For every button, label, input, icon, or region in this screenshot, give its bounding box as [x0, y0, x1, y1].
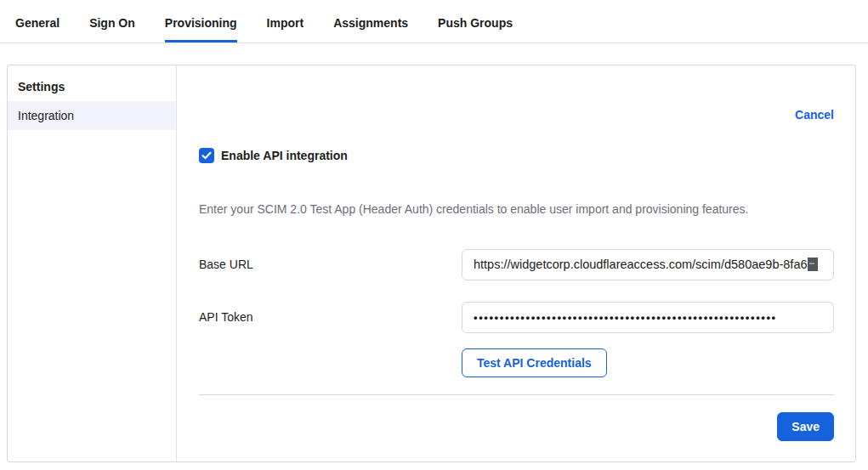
cancel-row: Cancel	[199, 108, 834, 122]
check-icon	[201, 151, 212, 160]
sidebar-item-integration[interactable]: Integration	[8, 101, 176, 130]
tab-push-groups[interactable]: Push Groups	[438, 0, 513, 42]
tab-sign-on[interactable]: Sign On	[89, 0, 135, 42]
sidebar-header: Settings	[8, 73, 176, 101]
integration-settings-content: Cancel Enable API integration Enter your…	[177, 65, 855, 462]
app-tab-bar: General Sign On Provisioning Import Assi…	[0, 0, 868, 43]
base-url-input[interactable]: https://widgetcorp.cloudflareaccess.com/…	[462, 249, 834, 280]
api-token-input[interactable]: ••••••••••••••••••••••••••••••••••••••••…	[462, 302, 834, 333]
footer-divider	[199, 394, 834, 395]
provisioning-panel: Settings Integration Cancel Enable API i…	[7, 65, 856, 462]
base-url-field-row: Base URL https://widgetcorp.cloudflareac…	[199, 249, 834, 280]
save-row: Save	[199, 412, 834, 441]
text-selection-block	[808, 258, 818, 271]
api-token-field-row: API Token ••••••••••••••••••••••••••••••…	[199, 302, 834, 333]
test-api-credentials-button[interactable]: Test API Credentials	[462, 348, 607, 377]
enable-api-integration-row: Enable API integration	[199, 148, 834, 163]
test-credentials-row: Test API Credentials	[199, 348, 834, 377]
tab-import[interactable]: Import	[267, 0, 304, 42]
save-button[interactable]: Save	[777, 412, 834, 441]
tab-assignments[interactable]: Assignments	[333, 0, 408, 42]
cancel-link[interactable]: Cancel	[795, 108, 834, 122]
enable-api-integration-checkbox[interactable]	[199, 148, 214, 163]
tab-general[interactable]: General	[15, 0, 60, 42]
api-token-masked-value: ••••••••••••••••••••••••••••••••••••••••…	[474, 311, 777, 324]
base-url-label: Base URL	[199, 249, 462, 271]
base-url-value: https://widgetcorp.cloudflareaccess.com/…	[474, 258, 808, 271]
tab-provisioning[interactable]: Provisioning	[165, 0, 237, 42]
enable-api-integration-label: Enable API integration	[221, 149, 348, 162]
settings-sidebar: Settings Integration	[8, 65, 177, 462]
api-token-label: API Token	[199, 302, 462, 324]
credentials-description: Enter your SCIM 2.0 Test App (Header Aut…	[199, 201, 834, 218]
